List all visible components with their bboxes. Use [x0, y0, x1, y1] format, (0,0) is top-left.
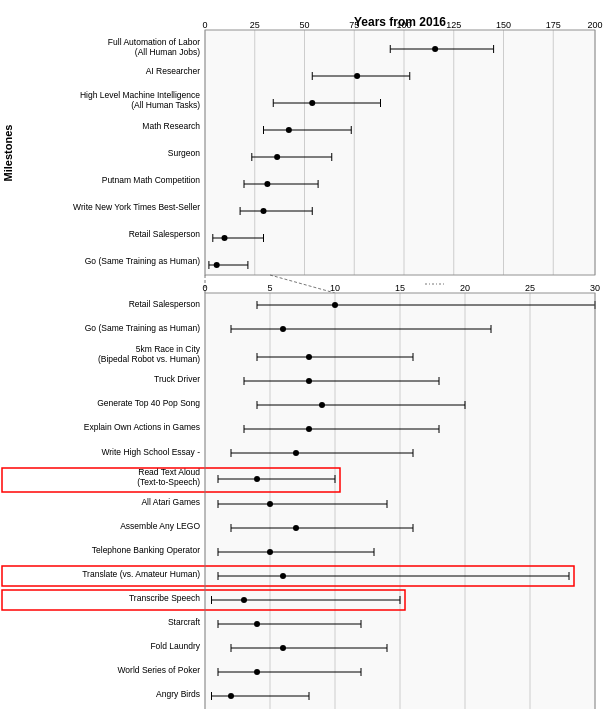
bottom-label: Telephone Banking Operator [92, 545, 200, 555]
x-label-b: 25 [525, 283, 535, 293]
data-point-b [293, 525, 299, 531]
connector-right [270, 275, 335, 293]
milestone-label: Full Automation of Labor [108, 37, 200, 47]
milestone-label: High Level Machine Intelligence [80, 90, 200, 100]
x-label: 25 [250, 20, 260, 30]
milestone-label: Go (Same Training as Human) [85, 256, 200, 266]
milestone-label: (All Human Tasks) [131, 100, 200, 110]
data-point [432, 46, 438, 52]
data-point [222, 235, 228, 241]
milestone-label: Math Research [142, 121, 200, 131]
x-label-b: 15 [395, 283, 405, 293]
bottom-label: Fold Laundry [150, 641, 200, 651]
milestone-label: (All Human Jobs) [135, 47, 200, 57]
x-label-b: 10 [330, 283, 340, 293]
data-point-b [254, 621, 260, 627]
bottom-label: Transcribe Speech [129, 593, 200, 603]
bottom-label: 5km Race in City [136, 344, 201, 354]
data-point [286, 127, 292, 133]
bottom-label: Write High School Essay - [101, 447, 200, 457]
data-point-b [293, 450, 299, 456]
bottom-label: Truck Driver [154, 374, 200, 384]
data-point-b [306, 354, 312, 360]
y-axis-label: Milestones [2, 125, 14, 182]
x-label: 100 [396, 20, 411, 30]
bottom-label: All Atari Games [141, 497, 200, 507]
data-point-b [241, 597, 247, 603]
bottom-label: Explain Own Actions in Games [84, 422, 200, 432]
data-point-b [306, 378, 312, 384]
data-point-b [332, 302, 338, 308]
x-label: 175 [546, 20, 561, 30]
data-point [354, 73, 360, 79]
data-point [309, 100, 315, 106]
main-svg: Years from 2016 0 25 50 75 100 125 150 1… [0, 8, 609, 709]
x-label-b: 20 [460, 283, 470, 293]
data-point-b [280, 326, 286, 332]
x-label-b: 30 [590, 283, 600, 293]
bottom-label: World Series of Poker [117, 665, 200, 675]
data-point-b [280, 645, 286, 651]
x-label-b: 5 [267, 283, 272, 293]
data-point-b [306, 426, 312, 432]
x-label: 50 [299, 20, 309, 30]
data-point-b [254, 669, 260, 675]
x-label: 125 [446, 20, 461, 30]
x-label-b: 0 [202, 283, 207, 293]
data-point-b [254, 476, 260, 482]
bottom-label: Go (Same Training as Human) [85, 323, 200, 333]
x-label: 200 [587, 20, 602, 30]
bottom-label: (Text-to-Speech) [137, 477, 200, 487]
bottom-label: Angry Birds [156, 689, 200, 699]
data-point-b [267, 549, 273, 555]
x-label: 75 [349, 20, 359, 30]
data-point-b [280, 573, 286, 579]
milestone-label: AI Researcher [146, 66, 200, 76]
data-point-b [267, 501, 273, 507]
chart-container: Years from 2016 0 25 50 75 100 125 150 1… [0, 0, 609, 709]
bottom-label: Starcraft [168, 617, 201, 627]
x-label: 0 [202, 20, 207, 30]
milestone-label: Putnam Math Competition [102, 175, 201, 185]
data-point [274, 154, 280, 160]
data-point [264, 181, 270, 187]
bottom-label: Retail Salesperson [129, 299, 201, 309]
bottom-label: Translate (vs. Amateur Human) [82, 569, 200, 579]
data-point [214, 262, 220, 268]
milestone-label: Surgeon [168, 148, 200, 158]
x-label: 150 [496, 20, 511, 30]
data-point-b [228, 693, 234, 699]
bottom-label: Assemble Any LEGO [120, 521, 200, 531]
bottom-label: (Bipedal Robot vs. Human) [98, 354, 200, 364]
milestone-label: Retail Salesperson [129, 229, 201, 239]
bottom-label: Generate Top 40 Pop Song [97, 398, 200, 408]
milestone-label: Write New York Times Best-Seller [73, 202, 200, 212]
data-point-b [319, 402, 325, 408]
data-point [261, 208, 267, 214]
